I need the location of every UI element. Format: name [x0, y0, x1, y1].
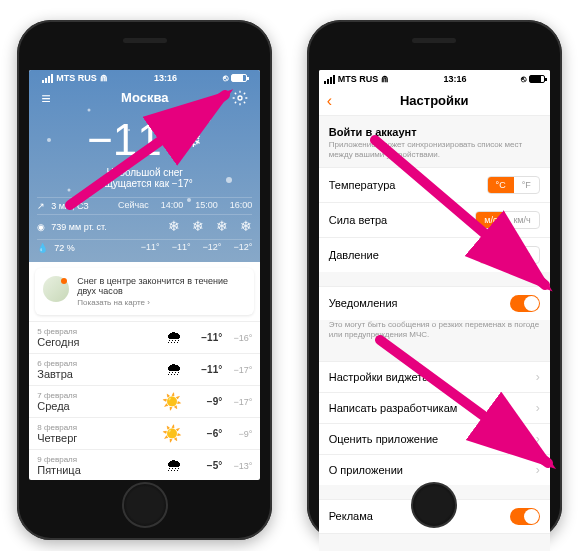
day-date: 5 февраля: [37, 327, 166, 336]
status-time: 13:16: [443, 74, 466, 84]
day-low: −9°: [222, 429, 252, 439]
battery-icon: [231, 74, 247, 82]
notifications-label: Уведомления: [329, 297, 510, 309]
day-high: −5°: [192, 460, 222, 471]
humidity-value: 72 %: [54, 243, 135, 253]
row-pressure[interactable]: Давление ммгПа: [319, 237, 550, 272]
row-ads[interactable]: Реклама: [319, 499, 550, 534]
gear-icon[interactable]: [232, 90, 248, 110]
hourly-wicon: ❄︎: [168, 218, 180, 234]
wifi-icon: ⋒: [100, 73, 108, 83]
hourly-temp: −11°: [141, 242, 160, 252]
hourly-wicon: ❄︎: [216, 218, 228, 234]
daily-row[interactable]: 9 февраляПятница🌨−5°−13°: [29, 449, 260, 480]
day-high: −9°: [192, 396, 222, 407]
chevron-right-icon: ›: [536, 370, 540, 384]
row-rate[interactable]: Оценить приложение›: [319, 423, 550, 454]
daily-row[interactable]: 6 февраляЗавтра🌨−11°−17°: [29, 353, 260, 385]
hourly-wicon: ❄︎: [240, 218, 252, 234]
temperature-main: −11°❄︎: [37, 115, 252, 165]
daily-row[interactable]: 8 февраляЧетверг☀️−6°−9°: [29, 417, 260, 449]
devs-label: Написать разработчикам: [329, 402, 536, 414]
temperature-label: Температура: [329, 179, 487, 191]
status-time: 13:16: [154, 73, 177, 83]
login-header[interactable]: Войти в аккаунт: [319, 116, 550, 140]
wind-segment[interactable]: м/скм/ч: [475, 211, 540, 229]
day-high: −11°: [192, 364, 222, 375]
wind-value: 3 м/с, СЗ: [51, 201, 112, 211]
row-wind[interactable]: Сила ветра м/скм/ч: [319, 202, 550, 237]
map-link[interactable]: Показать на карте ›: [77, 298, 246, 307]
hourly-time: 15:00: [195, 200, 218, 210]
hourly-temp: −12°: [233, 242, 252, 252]
signal-icon: [42, 74, 53, 83]
day-name: Среда: [37, 400, 162, 412]
day-name: Пятница: [37, 464, 166, 476]
pressure-icon: ◉: [37, 222, 45, 232]
widget-label: Настройки виджета: [329, 371, 536, 383]
temperature-segment[interactable]: °C°F: [487, 176, 540, 194]
map-title: Снег в центре закончится в течение двух …: [77, 276, 246, 296]
day-date: 8 февраля: [37, 423, 162, 432]
daily-forecast: 5 февраляСегодня🌨−11°−16°6 февраляЗавтра…: [29, 321, 260, 480]
chevron-right-icon: ›: [536, 463, 540, 477]
chevron-right-icon: ›: [536, 432, 540, 446]
day-name: Сегодня: [37, 336, 166, 348]
about-label: О приложении: [329, 464, 536, 476]
hourly-wicon: ❄︎: [192, 218, 204, 234]
chevron-right-icon: ›: [536, 401, 540, 415]
humidity-icon: 💧: [37, 243, 48, 253]
day-date: 9 февраля: [37, 455, 166, 464]
phone-weather: MTS RUS⋒ 13:16 ⎋ ≡ Москва −11°❄︎ Небольш…: [17, 20, 272, 540]
day-weather-icon: ☀️: [162, 424, 182, 443]
pressure-label: Давление: [329, 249, 479, 261]
hourly-time: 14:00: [161, 200, 184, 210]
ads-toggle[interactable]: [510, 508, 540, 525]
svg-point-8: [238, 96, 242, 100]
row-about[interactable]: О приложении›: [319, 454, 550, 485]
hourly-temp: −11°: [172, 242, 191, 252]
battery-icon: [529, 75, 545, 83]
day-low: −16°: [222, 333, 252, 343]
daily-row[interactable]: 5 февраляСегодня🌨−11°−16°: [29, 321, 260, 353]
notifications-toggle[interactable]: [510, 295, 540, 312]
rate-label: Оценить приложение: [329, 433, 536, 445]
wifi-icon: ⋒: [381, 74, 389, 84]
day-low: −13°: [222, 461, 252, 471]
hourly-time: 16:00: [230, 200, 253, 210]
row-devs[interactable]: Написать разработчикам›: [319, 392, 550, 423]
signal-icon: [324, 75, 335, 84]
carrier: MTS RUS: [338, 74, 379, 84]
day-name: Четверг: [37, 432, 162, 444]
day-low: −17°: [222, 365, 252, 375]
login-sub: Приложение сможет синхронизировать списо…: [319, 140, 550, 167]
map-card[interactable]: Снег в центре закончится в течение двух …: [35, 268, 254, 315]
settings-screen: MTS RUS⋒ 13:16 ⎋ ‹ Настройки Войти в акк…: [319, 70, 550, 551]
condition: Небольшой снег: [37, 167, 252, 178]
row-notifications[interactable]: Уведомления: [319, 286, 550, 320]
weather-screen: MTS RUS⋒ 13:16 ⎋ ≡ Москва −11°❄︎ Небольш…: [29, 70, 260, 480]
pressure-segment[interactable]: ммгПа: [479, 246, 540, 264]
wind-label: Сила ветра: [329, 214, 475, 226]
row-widget[interactable]: Настройки виджета›: [319, 361, 550, 392]
back-button[interactable]: ‹: [327, 92, 332, 110]
city-name[interactable]: Москва: [121, 90, 168, 105]
day-high: −6°: [192, 428, 222, 439]
map-thumb-icon: [43, 276, 69, 302]
pressure-value: 739 мм рт. ст.: [51, 222, 162, 232]
hamburger-icon[interactable]: ≡: [41, 90, 50, 108]
day-weather-icon: 🌨: [166, 457, 182, 475]
day-weather-icon: 🌨: [166, 361, 182, 379]
row-temperature[interactable]: Температура °C°F: [319, 167, 550, 202]
wind-icon: ↗: [37, 201, 45, 211]
daily-row[interactable]: 7 февраляСреда☀️−9°−17°: [29, 385, 260, 417]
hourly-temp: −12°: [203, 242, 222, 252]
bluetooth-icon: ⎋: [521, 74, 526, 84]
day-high: −11°: [192, 332, 222, 343]
ads-label: Реклама: [329, 510, 510, 522]
day-name: Завтра: [37, 368, 166, 380]
feels-like: Ощущается как −17°: [37, 178, 252, 189]
carrier: MTS RUS: [56, 73, 97, 83]
day-date: 6 февраля: [37, 359, 166, 368]
status-bar: MTS RUS⋒ 13:16 ⎋: [319, 70, 550, 86]
